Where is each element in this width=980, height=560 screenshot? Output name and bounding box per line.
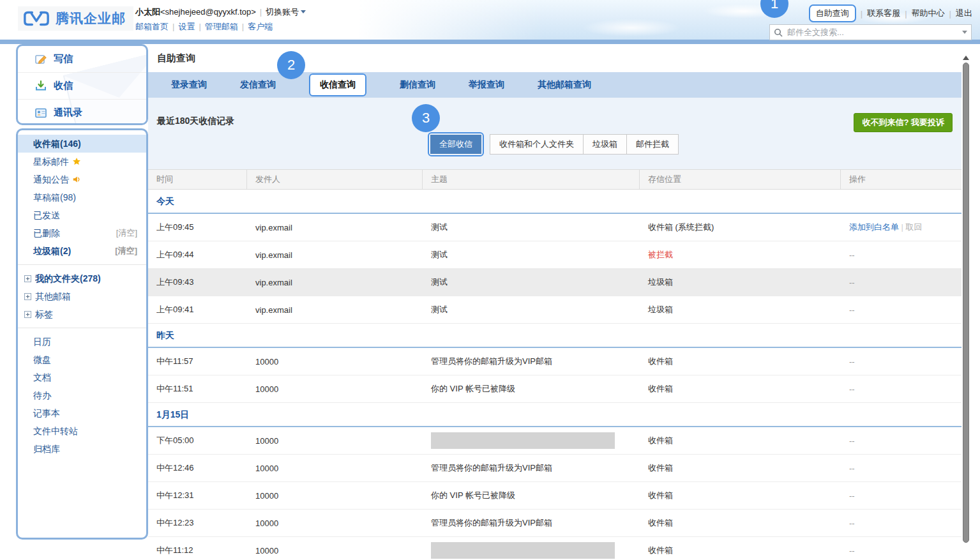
filter-junk-box[interactable]: 垃圾箱 xyxy=(583,135,626,154)
annotation-box-step3: 全部收信 xyxy=(428,132,484,156)
folder-label: 草稿箱(98) xyxy=(33,188,76,206)
speaker-icon xyxy=(72,175,81,184)
vertical-scrollbar xyxy=(962,46,970,557)
folder-label: 垃圾箱(2) xyxy=(33,242,71,260)
mail-record-row: 中午12:2310000管理员将你的邮箱升级为VIP邮箱收件箱-- xyxy=(148,510,961,537)
sidebar-tool-archive[interactable]: 归档库 xyxy=(18,440,146,458)
cell-sender: 10000 xyxy=(247,546,423,556)
filter-all-incoming[interactable]: 全部收信 xyxy=(430,135,481,154)
cell-sender: 10000 xyxy=(247,357,423,367)
sidebar-tool-notes[interactable]: 记事本 xyxy=(18,404,146,422)
no-action: -- xyxy=(849,357,855,367)
cell-actions: -- xyxy=(841,357,961,367)
plus-box-icon xyxy=(24,275,31,282)
filter-button-group: 收件箱和个人文件夹垃圾箱邮件拦截 xyxy=(490,134,679,155)
annotation-step-3: 3 xyxy=(412,104,440,132)
quick-link-contact-support[interactable]: 联系客服 xyxy=(867,8,900,19)
no-action: -- xyxy=(849,518,855,528)
cell-actions: -- xyxy=(841,250,961,260)
frame-top-bar xyxy=(0,40,980,44)
mail-record-row: 中午12:3110000你的 VIP 帐号已被降级收件箱-- xyxy=(148,482,961,510)
add-to-whitelist-link[interactable]: 添加到白名单 xyxy=(849,222,899,232)
star-icon xyxy=(72,157,81,166)
cell-subject: 你的 VIP 帐号已被降级 xyxy=(423,383,640,395)
tab-deleted-query[interactable]: 删信查询 xyxy=(400,79,435,91)
clear-junk-link[interactable]: [清空] xyxy=(115,242,137,260)
search-dropdown-caret[interactable] xyxy=(962,31,967,36)
redacted-subject-block xyxy=(431,432,615,449)
filter-inbox-and-personal[interactable]: 收件箱和个人文件夹 xyxy=(490,135,583,154)
retrieve-link[interactable]: 取回 xyxy=(906,222,923,232)
exmail-logo-icon xyxy=(23,10,50,27)
mail-record-row: 中午11:5710000管理员将你的邮箱升级为VIP邮箱收件箱-- xyxy=(148,348,961,375)
cell-actions: -- xyxy=(841,384,961,394)
quick-link-self-service-query[interactable]: 自助查询 xyxy=(809,4,856,22)
sidebar-folder-announcements[interactable]: 通知公告 xyxy=(18,170,146,188)
separator: | xyxy=(199,20,200,33)
tab-incoming-query[interactable]: 收信查询 xyxy=(309,73,366,96)
no-action: -- xyxy=(849,278,855,287)
cell-time: 中午11:57 xyxy=(148,356,247,367)
scrollbar-thumb[interactable] xyxy=(963,63,969,543)
sidebar-tool-calendar[interactable]: 日历 xyxy=(18,333,146,351)
cell-actions: -- xyxy=(841,491,961,501)
sidebar-folder-junk[interactable]: 垃圾箱(2)[清空] xyxy=(18,242,146,260)
nav-link-client[interactable]: 客户端 xyxy=(248,20,273,33)
sidebar-tool-todo[interactable]: 待办 xyxy=(18,386,146,404)
sidebar-action-label: 收信 xyxy=(54,80,73,92)
nav-link-mail-home[interactable]: 邮箱首页 xyxy=(135,20,169,33)
switch-account-link[interactable]: 切换账号 xyxy=(266,6,306,19)
sidebar-action-contacts[interactable]: 通讯录 xyxy=(18,99,146,125)
record-section: 最近180天收信记录 收不到来信? 我要投诉 全部收信收件箱和个人文件夹垃圾箱邮… xyxy=(148,98,961,169)
sidebar-tree-other-mailboxes[interactable]: 其他邮箱 xyxy=(18,287,146,305)
sidebar-folder-starred[interactable]: 星标邮件 xyxy=(18,153,146,170)
sidebar-folder-drafts[interactable]: 草稿箱(98) xyxy=(18,188,146,206)
tab-report-query[interactable]: 举报查询 xyxy=(469,79,504,91)
sidebar-tool-docs[interactable]: 文档 xyxy=(18,368,146,386)
separator: | xyxy=(905,9,907,19)
cell-sender: vip.exmail xyxy=(247,305,423,315)
cell-sender: vip.exmail xyxy=(247,250,423,260)
search-input[interactable] xyxy=(786,27,962,38)
nav-link-manage-mailbox[interactable]: 管理邮箱 xyxy=(205,20,238,33)
nav-link-settings[interactable]: 设置 xyxy=(178,20,195,33)
sidebar-action-compose[interactable]: 写信 xyxy=(18,46,146,72)
sidebar-folder-sent[interactable]: 已发送 xyxy=(18,206,146,224)
mail-record-row: 上午09:41vip.exmail测试垃圾箱-- xyxy=(148,296,961,324)
tab-other-mailbox-query[interactable]: 其他邮箱查询 xyxy=(538,79,591,91)
sidebar-tree-labels[interactable]: 标签 xyxy=(18,305,146,323)
sidebar-folder-deleted[interactable]: 已删除[清空] xyxy=(18,224,146,242)
sidebar-tool-file-transfer[interactable]: 文件中转站 xyxy=(18,422,146,440)
annotation-step-2: 2 xyxy=(277,51,305,79)
sidebar-tool-wedrive[interactable]: 微盘 xyxy=(18,351,146,368)
sidebar-folder-inbox[interactable]: 收件箱(146) xyxy=(18,135,146,153)
cell-time: 中午12:31 xyxy=(148,490,247,501)
mail-record-row: 中午11:1210000收件箱-- xyxy=(148,537,961,560)
sidebar-action-receive[interactable]: 收信 xyxy=(18,72,146,99)
sidebar-action-label: 写信 xyxy=(54,53,73,65)
cell-time: 上午09:43 xyxy=(148,276,247,288)
scroll-up-arrow-icon[interactable] xyxy=(963,52,969,60)
cell-time: 中午12:23 xyxy=(148,517,247,529)
quick-link-help-center[interactable]: 帮助中心 xyxy=(912,8,945,19)
column-header: 存信位置 xyxy=(640,170,841,189)
mail-search-box[interactable] xyxy=(769,24,972,40)
mail-record-row: 上午09:45vip.exmail测试收件箱 (系统拦截)添加到白名单 | 取回 xyxy=(148,214,961,241)
mail-record-row: 上午09:43vip.exmail测试垃圾箱-- xyxy=(148,269,961,296)
clear-deleted-link[interactable]: [清空] xyxy=(116,224,137,242)
complaint-button[interactable]: 收不到来信? 我要投诉 xyxy=(854,113,953,132)
no-action: -- xyxy=(849,250,855,260)
quick-link-logout[interactable]: 退出 xyxy=(956,8,972,19)
cell-subject: 管理员将你的邮箱升级为VIP邮箱 xyxy=(423,462,640,474)
column-header: 发件人 xyxy=(247,170,423,189)
tab-outgoing-query[interactable]: 发信查询 xyxy=(240,79,276,91)
sidebar-tree-my-folders[interactable]: 我的文件夹(278) xyxy=(18,269,146,287)
cell-sender: vip.exmail xyxy=(247,278,423,287)
cell-subject xyxy=(423,432,640,449)
page-title: 自助查询 xyxy=(157,52,195,64)
filter-mail-intercept[interactable]: 邮件拦截 xyxy=(626,135,678,154)
mail-record-row: 中午11:5110000你的 VIP 帐号已被降级收件箱-- xyxy=(148,375,961,403)
cell-actions: -- xyxy=(841,278,961,287)
tab-login-query[interactable]: 登录查询 xyxy=(171,79,207,91)
separator: | xyxy=(949,9,951,19)
